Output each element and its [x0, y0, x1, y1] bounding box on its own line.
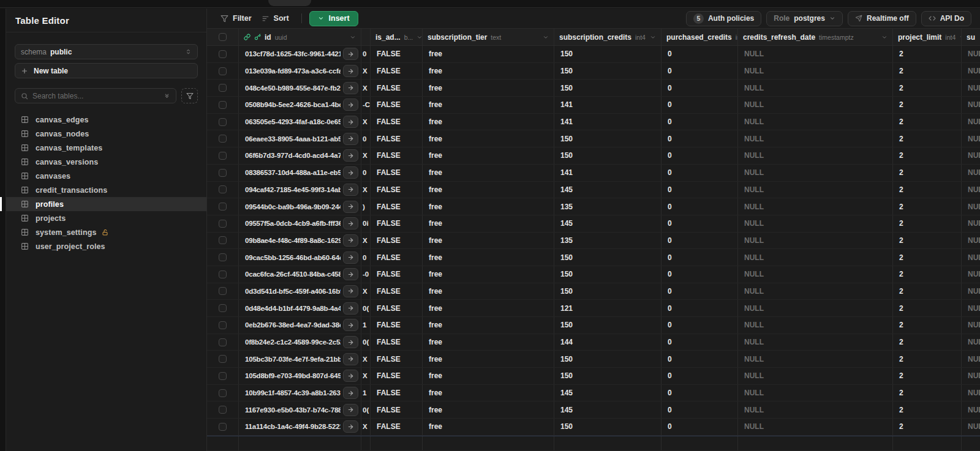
clipped-cell[interactable]: X	[361, 419, 371, 435]
subscription-credits-cell[interactable]: 150	[554, 63, 662, 80]
project-limit-cell[interactable]: 2	[893, 215, 962, 232]
clipped-cell[interactable]: 0(	[361, 300, 371, 316]
expand-row-button[interactable]	[343, 285, 358, 297]
purchased-credits-cell[interactable]: 0	[662, 198, 738, 215]
is-admin-cell[interactable]: FALSE	[371, 351, 423, 367]
project-limit-cell[interactable]: 2	[893, 80, 962, 96]
purchased-credits-cell[interactable]: 0	[662, 401, 738, 418]
credits-refresh-date-cell[interactable]: NULL	[738, 385, 893, 401]
subscription-credits-cell[interactable]: 150	[554, 351, 662, 367]
id-cell[interactable]: 06f6b7d3-977d-4cd0-acd4-4a78...	[239, 147, 361, 164]
is-admin-cell[interactable]: FALSE	[371, 215, 423, 232]
column-header-clipped[interactable]	[361, 29, 371, 45]
purchased-credits-cell[interactable]: 0	[662, 300, 738, 316]
subscription-tier-cell[interactable]: free	[423, 266, 554, 283]
project-limit-cell[interactable]: 2	[893, 249, 962, 266]
credits-refresh-date-cell[interactable]: NULL	[738, 165, 893, 181]
row-checkbox[interactable]	[219, 406, 227, 414]
purchased-credits-cell[interactable]: 0	[662, 147, 738, 164]
table-row[interactable]: 1167e930-e5b0-43b7-b74c-788c9... 0( FALS…	[207, 401, 980, 419]
row-checkbox[interactable]	[219, 338, 227, 346]
is-admin-cell[interactable]: FALSE	[371, 334, 423, 351]
expand-row-button[interactable]	[343, 82, 358, 94]
expand-row-button[interactable]	[343, 302, 358, 315]
search-input[interactable]: Search tables...	[15, 88, 176, 103]
subscription-tier-cell[interactable]: free	[423, 351, 554, 367]
table-row[interactable]: 10b99c1f-4857-4c39-a8b1-263b8... 1 FALSE…	[207, 385, 980, 402]
clipped-last-cell[interactable]: NULL	[962, 351, 980, 367]
row-checkbox[interactable]	[219, 321, 227, 329]
credits-refresh-date-cell[interactable]: NULL	[738, 233, 893, 249]
expand-row-button[interactable]	[343, 420, 358, 433]
is-admin-cell[interactable]: FALSE	[371, 419, 423, 435]
sidebar-item-system_settings[interactable]: system_settings	[6, 225, 206, 239]
clipped-last-cell[interactable]: NULL	[962, 419, 980, 435]
expand-row-button[interactable]	[343, 116, 358, 128]
id-cell[interactable]: 013cf78d-1625-43fc-9961-442189...	[239, 46, 361, 62]
expand-row-button[interactable]	[343, 166, 358, 179]
column-header-project-limit[interactable]: project_limit int4	[893, 29, 962, 45]
table-row[interactable]: 0508b94b-5ee2-4626-bca1-4bca... -C FALSE…	[207, 97, 980, 114]
row-checkbox[interactable]	[219, 185, 227, 193]
row-checkbox[interactable]	[219, 50, 227, 58]
row-checkbox[interactable]	[219, 152, 227, 160]
subscription-credits-cell[interactable]: 150	[554, 46, 662, 62]
is-admin-cell[interactable]: FALSE	[371, 46, 423, 62]
insert-button[interactable]: Insert	[309, 11, 358, 26]
subscription-tier-cell[interactable]: free	[423, 283, 554, 300]
subscription-credits-cell[interactable]: 145	[554, 215, 662, 232]
purchased-credits-cell[interactable]: 0	[662, 114, 738, 130]
credits-refresh-date-cell[interactable]: NULL	[738, 63, 893, 80]
clipped-last-cell[interactable]: NULL	[962, 198, 980, 215]
is-admin-cell[interactable]: FALSE	[371, 198, 423, 215]
clipped-cell[interactable]: 1	[361, 317, 371, 334]
purchased-credits-cell[interactable]: 0	[662, 97, 738, 113]
select-all-checkbox[interactable]	[219, 33, 227, 41]
credits-refresh-date-cell[interactable]: NULL	[738, 334, 893, 351]
table-row[interactable]: 0eb2b676-38ed-4ea7-9dad-38e6... 1 FALSE …	[207, 317, 980, 334]
credits-refresh-date-cell[interactable]: NULL	[738, 182, 893, 198]
subscription-tier-cell[interactable]: free	[423, 233, 554, 249]
table-row[interactable]: 094caf42-7185-4e45-99f3-14abee... X FALS…	[207, 182, 980, 199]
expand-row-button[interactable]	[343, 319, 358, 331]
credits-refresh-date-cell[interactable]: NULL	[738, 198, 893, 215]
row-checkbox[interactable]	[219, 253, 227, 261]
subscription-tier-cell[interactable]: free	[423, 249, 554, 266]
table-row[interactable]: 09544b0c-ba9b-496a-9b09-244... ) FALSE f…	[207, 198, 980, 215]
is-admin-cell[interactable]: FALSE	[371, 249, 423, 266]
sidebar-item-profiles[interactable]: profiles	[6, 197, 206, 211]
table-row[interactable]: 06f6b7d3-977d-4cd0-acd4-4a78... X FALSE …	[207, 147, 980, 165]
project-limit-cell[interactable]: 2	[893, 147, 962, 164]
subscription-credits-cell[interactable]: 135	[554, 233, 662, 249]
clipped-last-cell[interactable]: NULL	[962, 46, 980, 62]
new-table-button[interactable]: New table	[15, 63, 198, 78]
purchased-credits-cell[interactable]: 0	[662, 80, 738, 96]
project-limit-cell[interactable]: 2	[893, 283, 962, 300]
subscription-credits-cell[interactable]: 121	[554, 300, 662, 316]
row-checkbox[interactable]	[219, 118, 227, 126]
clipped-last-cell[interactable]: NULL	[962, 368, 980, 384]
project-limit-cell[interactable]: 2	[893, 130, 962, 147]
project-limit-cell[interactable]: 2	[893, 97, 962, 113]
filter-button[interactable]: Filter	[216, 12, 257, 25]
project-limit-cell[interactable]: 2	[893, 182, 962, 198]
subscription-credits-cell[interactable]: 135	[554, 198, 662, 215]
id-cell[interactable]: 0d3d541d-bf5c-459f-a406-16b93...	[239, 283, 361, 300]
id-cell[interactable]: 013e039a-fd89-473a-a3c6-ccfa9...	[239, 63, 361, 80]
clipped-cell[interactable]: X	[361, 368, 371, 384]
row-checkbox[interactable]	[219, 304, 227, 312]
expand-row-button[interactable]	[343, 404, 358, 416]
subscription-tier-cell[interactable]: free	[423, 419, 554, 435]
clipped-last-cell[interactable]: NULL	[962, 80, 980, 96]
column-header-credits-refresh-date[interactable]: credits_refresh_date timestamptz	[738, 29, 893, 45]
row-checkbox[interactable]	[219, 270, 227, 278]
table-row[interactable]: 105bc3b7-03fe-4e7f-9efa-21bb40... X FALS…	[207, 351, 980, 368]
table-row[interactable]: 0f8b24e2-c1c2-4589-99ce-2c52d... 0( FALS…	[207, 334, 980, 351]
purchased-credits-cell[interactable]: 0	[662, 182, 738, 198]
auth-policies-button[interactable]: 5 Auth policies	[686, 11, 761, 26]
project-limit-cell[interactable]: 2	[893, 351, 962, 367]
row-checkbox[interactable]	[219, 169, 227, 177]
subscription-tier-cell[interactable]: free	[423, 46, 554, 62]
table-row[interactable]: 048c4e50-b989-455e-847e-fb2f... X FALSE …	[207, 80, 980, 97]
column-header-subscription-credits[interactable]: subscription_credits int4	[554, 29, 662, 45]
